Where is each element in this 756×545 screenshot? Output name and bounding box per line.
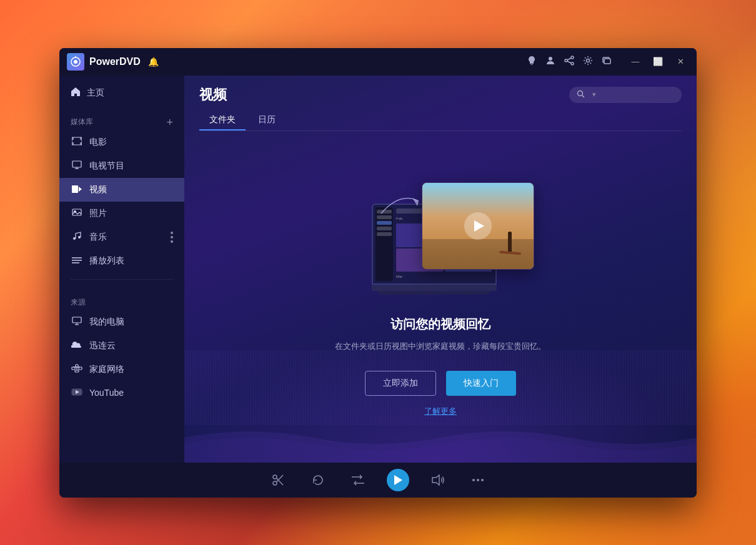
app-logo	[67, 53, 84, 71]
video-icon	[71, 184, 83, 195]
svg-point-1	[74, 60, 77, 64]
mini-date-mar: Mar	[396, 273, 492, 280]
search-dropdown-arrow[interactable]: ▾	[592, 91, 596, 99]
settings-icon[interactable]	[583, 56, 593, 68]
svg-point-51	[477, 479, 479, 481]
close-button[interactable]: ✕	[672, 53, 689, 71]
sidebar-item-my-computer[interactable]: 我的电脑	[59, 310, 184, 334]
window-icon[interactable]	[602, 56, 612, 68]
refresh-button[interactable]	[307, 469, 329, 491]
svg-marker-21	[79, 187, 82, 192]
sidebar-item-home-network[interactable]: 家庭网络	[59, 358, 184, 381]
add-media-button[interactable]: +	[166, 117, 173, 128]
content-area: 视频 ▾ 文件夹 日历	[184, 76, 697, 463]
main-layout: 主页 媒体库 +	[59, 76, 697, 463]
volume-button[interactable]	[427, 469, 449, 491]
sidebar-item-cloud[interactable]: 迅连云	[59, 334, 184, 358]
window-controls: — ⬜ ✕	[627, 53, 689, 71]
youtube-icon	[71, 388, 83, 398]
sidebar-item-music[interactable]: 音乐	[59, 225, 184, 249]
media-library-header: 媒体库 +	[59, 112, 184, 130]
svg-marker-43	[412, 198, 419, 206]
app-window: PowerDVD 🔔	[59, 48, 697, 498]
svg-rect-13	[72, 137, 74, 140]
minimize-button[interactable]: —	[627, 53, 644, 71]
illustration: Feb Mar	[334, 176, 547, 301]
svg-marker-49	[432, 475, 439, 485]
movies-label: 电影	[89, 137, 173, 148]
svg-point-25	[78, 236, 81, 238]
tab-folder[interactable]: 文件夹	[199, 110, 246, 130]
sidebar-item-movies[interactable]: 电影	[59, 130, 184, 154]
loop-button[interactable]	[347, 469, 369, 491]
search-bar[interactable]: ▾	[569, 87, 682, 103]
music-icon	[71, 232, 83, 242]
notification-icon[interactable]: 🔔	[148, 57, 159, 67]
sidebar-item-tv[interactable]: 电视节目	[59, 154, 184, 178]
more-button[interactable]	[467, 469, 489, 491]
movies-icon	[71, 137, 83, 147]
sidebar-item-home[interactable]: 主页	[59, 81, 184, 106]
my-computer-label: 我的电脑	[89, 317, 173, 328]
sidebar-item-playlist[interactable]: 播放列表	[59, 249, 184, 273]
svg-point-4	[571, 56, 574, 59]
svg-point-24	[73, 237, 76, 240]
svg-point-41	[578, 91, 583, 96]
video-thumbnail	[422, 183, 534, 269]
svg-point-3	[549, 57, 552, 61]
restore-button[interactable]: ⬜	[649, 53, 667, 71]
svg-line-42	[582, 95, 585, 97]
svg-rect-16	[80, 142, 82, 145]
sources-section: 来源 我的电脑	[59, 292, 184, 405]
play-button-overlay[interactable]	[464, 212, 492, 240]
sidebar-item-youtube[interactable]: YouTube	[59, 381, 184, 405]
svg-point-6	[571, 62, 574, 65]
add-button[interactable]: 立即添加	[365, 371, 436, 396]
svg-marker-48	[394, 475, 402, 485]
svg-line-7	[567, 58, 571, 60]
photos-label: 照片	[89, 208, 173, 219]
tab-calendar[interactable]: 日历	[248, 110, 286, 130]
laptop-base	[372, 285, 497, 291]
share-icon[interactable]	[564, 56, 574, 68]
video-label: 视频	[89, 184, 173, 195]
svg-rect-17	[72, 161, 81, 167]
content-main: Feb Mar	[184, 131, 697, 463]
mini-sidebar-item-3	[377, 221, 392, 225]
page-title: 视频	[199, 86, 227, 104]
action-buttons: 立即添加 快速入门	[365, 371, 516, 396]
media-library-label: 媒体库	[71, 117, 93, 127]
sidebar-item-video[interactable]: 视频	[59, 178, 184, 202]
mini-sidebar-item-4	[377, 227, 392, 230]
network-icon	[71, 364, 83, 375]
sidebar: 主页 媒体库 +	[59, 76, 184, 463]
user-icon[interactable]	[545, 56, 555, 68]
sidebar-divider	[71, 279, 173, 280]
content-header: 视频 ▾	[184, 76, 697, 104]
playlist-label: 播放列表	[89, 255, 173, 267]
playlist-icon	[71, 255, 83, 266]
svg-line-46	[277, 475, 284, 482]
svg-line-8	[567, 61, 571, 63]
title-bar-right: — ⬜ ✕	[527, 53, 689, 71]
curved-arrow	[375, 189, 425, 220]
tv-icon	[71, 160, 83, 171]
svg-point-9	[587, 59, 590, 62]
play-triangle	[474, 220, 484, 232]
youtube-label: YouTube	[89, 388, 173, 398]
laptop-stand	[378, 291, 490, 295]
svg-point-5	[565, 59, 567, 62]
computer-icon	[71, 317, 83, 327]
cut-button[interactable]	[267, 469, 289, 491]
bulb-icon[interactable]	[527, 56, 537, 68]
promo-subtitle: 在文件夹或日历视图中浏览家庭视频，珍藏每段宝贵回忆。	[335, 340, 546, 353]
quick-start-button[interactable]: 快速入门	[446, 371, 516, 396]
home-network-label: 家庭网络	[89, 364, 173, 375]
music-more-button[interactable]	[171, 232, 173, 243]
sidebar-item-photos[interactable]: 照片	[59, 202, 184, 225]
play-pause-button[interactable]	[387, 469, 409, 491]
app-title: PowerDVD	[89, 56, 141, 67]
photos-icon	[71, 208, 83, 218]
learn-more-link[interactable]: 了解更多	[424, 406, 457, 417]
svg-point-50	[472, 479, 475, 481]
